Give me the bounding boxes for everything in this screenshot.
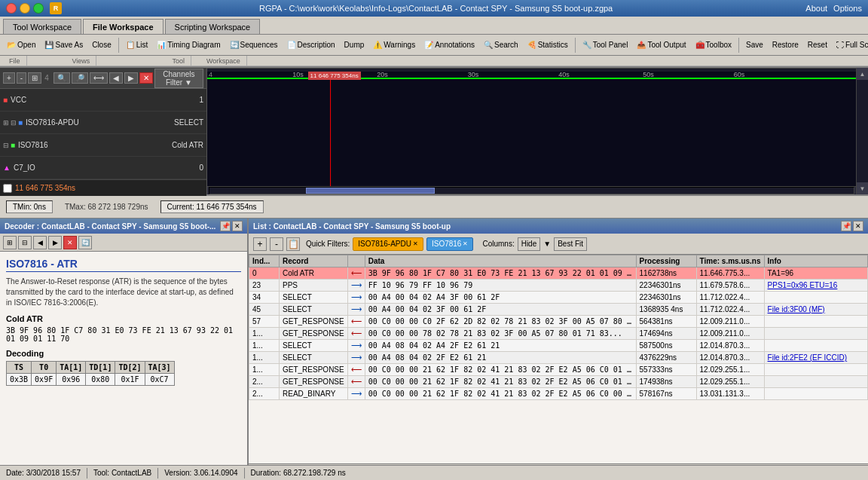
tmin-tmax-display: TMin: 0ns (6, 200, 53, 213)
vcc-value: 1 (199, 96, 203, 104)
search-button[interactable]: 🔍 Search (480, 38, 522, 53)
list-row-10[interactable]: 2... READ_BINARY ⟶ 00 C0 00 00 21 62 1F … (249, 388, 868, 400)
info-link-7[interactable]: File id:2FE2 (EF ICCID) (768, 353, 848, 362)
info-link-1[interactable]: PPS1=0x96 ETU=16 (768, 281, 838, 289)
filter-apdu-x[interactable]: ✕ (413, 240, 418, 247)
tool-panel-button[interactable]: 🔧 Tool Panel (579, 38, 632, 53)
title-actions: About Options (805, 4, 862, 13)
best-fit-btn[interactable]: Best Fit (554, 237, 587, 251)
list-row-1[interactable]: 23 PPS ⟶ FF 10 96 79 FF 10 96 79 2234630… (249, 280, 868, 292)
list-row-9[interactable]: 2... GET_RESPONSE ⟵ 00 C0 00 00 21 62 1F… (249, 376, 868, 388)
zoom-fit-btn[interactable]: ⟷ (90, 72, 108, 84)
lp-btn2[interactable]: ⊟ (18, 236, 32, 249)
iso-collapse-btn[interactable]: ⊟ (3, 142, 9, 149)
time-display-bar: TMin: 0ns TMax: 68 272 198 729ns Current… (0, 196, 868, 219)
hscroll-track[interactable] (209, 187, 854, 194)
views-label: Views (27, 56, 97, 66)
about-link[interactable]: About (805, 4, 827, 13)
warnings-button[interactable]: ⚠️ Warnings (369, 38, 419, 53)
channel-fit-btn[interactable]: ⊞ (28, 72, 41, 84)
workspace-restore-button[interactable]: Restore (769, 38, 802, 53)
list-row-0[interactable]: 0 Cold ATR ⟵ 3B 9F 96 80 1F C7 80 31 E0 … (249, 268, 868, 280)
lp-btn4[interactable]: ▶ (48, 236, 62, 249)
right-panel-pin-btn[interactable]: 📌 (841, 221, 851, 231)
vscroll-down-btn[interactable]: ▼ (857, 182, 868, 194)
description-button[interactable]: 📄 Description (283, 38, 339, 53)
list-minus-btn[interactable]: - (270, 237, 283, 251)
vscroll-up-btn[interactable]: ▲ (857, 68, 868, 80)
left-panel-content[interactable]: ISO7816 - ATR The Answer-to-Reset respon… (0, 252, 247, 466)
max-btn[interactable] (33, 3, 44, 14)
pan-left-btn[interactable]: ◀ (109, 72, 123, 84)
cell-info-9 (764, 376, 867, 388)
stop-btn[interactable]: ✕ (139, 72, 153, 84)
waveform-hscroll[interactable] (207, 186, 856, 194)
hscroll-thumb[interactable] (306, 188, 435, 194)
full-screen-button[interactable]: ⛶ Full Screen (833, 38, 868, 53)
filter-iso-x[interactable]: ✕ (463, 240, 468, 247)
workspace-reset-button[interactable]: Reset (804, 38, 831, 53)
lp-btn3[interactable]: ◀ (33, 236, 47, 249)
list-add-btn[interactable]: + (253, 237, 267, 251)
decode-th-td1: TD[1] (86, 362, 115, 374)
lp-btn5[interactable]: ✕ (63, 236, 77, 249)
annotations-button[interactable]: 📝 Annotations (420, 38, 478, 53)
list-row-6[interactable]: 1... SELECT ⟶ 00 A4 08 04 02 A4 2F E2 61… (249, 340, 868, 352)
cell-dir-7: ⟶ (347, 352, 365, 364)
zoom-in-btn[interactable]: 🔍 (53, 72, 70, 84)
list-row-5[interactable]: 1... GET_RESPONSE ⟵ 00 C0 00 00 78 02 78… (249, 328, 868, 340)
workspace-save-button[interactable]: Save (742, 38, 767, 53)
list-table-container[interactable]: Ind... Record Data Processing Time: s.ms… (249, 255, 868, 463)
list-row-3[interactable]: 45 SELECT ⟶ 00 A4 00 04 02 3F 00 61 2F 1… (249, 304, 868, 316)
channels-filter-btn[interactable]: Channels Filter ▼ (154, 69, 203, 88)
tool-output-button[interactable]: 📤 Tool Output (633, 38, 689, 53)
left-panel-toolbar: ⊞ ⊟ ◀ ▶ ✕ 🔄 (0, 234, 247, 252)
list-button[interactable]: 📋 List (122, 38, 152, 53)
tab-scripting-workspace[interactable]: Scripting Workspace (165, 19, 261, 34)
waveform-panel[interactable]: 4 10s 20s 30s 40s 50s 60s (207, 68, 856, 194)
window-controls[interactable] (6, 3, 44, 14)
status-date: Date: 3/30/2018 15:57 (6, 469, 81, 477)
vscroll-track[interactable] (857, 80, 868, 182)
list-row-2[interactable]: 34 SELECT ⟶ 00 A4 00 04 02 A4 3F 00 61 2… (249, 292, 868, 304)
filter-iso-btn[interactable]: ISO7816 ✕ (426, 237, 473, 251)
info-link-3[interactable]: File id:3F00 (MF) (768, 305, 825, 313)
tab-tool-workspace[interactable]: Tool Workspace (3, 19, 81, 34)
toolbox-button[interactable]: 🧰 Toolbox (692, 38, 735, 53)
list-row-8[interactable]: 1... GET_RESPONSE ⟵ 00 C0 00 00 21 62 1F… (249, 364, 868, 376)
channel-minus-btn[interactable]: - (17, 72, 26, 84)
left-panel-pin-btn[interactable]: 📌 (220, 221, 231, 231)
lp-btn6[interactable]: 🔄 (78, 236, 92, 249)
channel-toolbar: + - ⊞ 4 🔍 🔎 ⟷ ◀ ▶ ✕ Channels Filter ▼ (0, 68, 206, 89)
left-panel-close-btn[interactable]: ✕ (232, 221, 243, 231)
zoom-out-btn[interactable]: 🔎 (72, 72, 88, 84)
lp-btn1[interactable]: ⊞ (3, 236, 17, 249)
save-as-button[interactable]: 💾 Save As (41, 38, 87, 53)
apdu-expand-btn[interactable]: ⊞ (3, 119, 9, 127)
options-link[interactable]: Options (833, 4, 862, 13)
channel-add-btn[interactable]: + (3, 72, 15, 84)
list-row-7[interactable]: 1... SELECT ⟶ 00 A4 08 04 02 2F E2 61 21… (249, 352, 868, 364)
list-row-4[interactable]: 57 GET_RESPONSE ⟵ 00 C0 00 00 C0 2F 62 2… (249, 316, 868, 328)
close-button[interactable]: Close (88, 38, 115, 53)
filter-apdu-btn[interactable]: ISO7816-APDU ✕ (353, 237, 423, 251)
timing-diagram-button[interactable]: 📊 Timing Diagram (153, 38, 224, 53)
min-btn[interactable] (20, 3, 30, 14)
right-panel-close-btn[interactable]: ✕ (853, 221, 863, 231)
right-panel-controls: 📌 ✕ (841, 221, 863, 231)
close-btn[interactable] (6, 3, 17, 14)
cell-processing-9: 174938ns (636, 376, 696, 388)
cell-processing-10: 578167ns (636, 388, 696, 400)
open-button[interactable]: 📂 Open (3, 38, 39, 53)
dump-button[interactable]: Dump (341, 38, 368, 53)
list-copy-btn[interactable]: 📋 (286, 237, 300, 251)
iso-color-indicator: ■ (11, 141, 15, 149)
sequences-button[interactable]: 🔄 Sequences (226, 38, 282, 53)
apdu-collapse-btn[interactable]: ⊟ (11, 119, 17, 127)
hide-columns-btn[interactable]: Hide (518, 237, 541, 251)
channel-c7-row: ▲ C7_IO 0 (0, 157, 206, 179)
timestamp-checkbox[interactable] (3, 184, 12, 193)
statistics-button[interactable]: 🍕 Statistics (524, 38, 572, 53)
pan-right-btn[interactable]: ▶ (124, 72, 138, 84)
tab-file-workspace[interactable]: File Workspace (83, 19, 164, 34)
